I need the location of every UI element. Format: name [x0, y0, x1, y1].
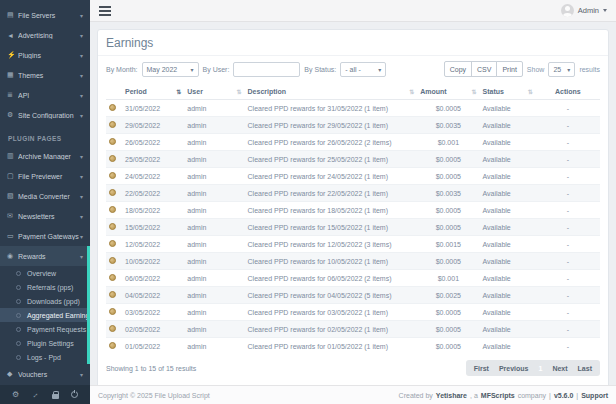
hamburger-menu-icon[interactable] — [99, 6, 111, 16]
table-header-row: Period User Description Amount Status Ac… — [106, 84, 600, 100]
sidebar-subitem[interactable]: Aggregated Earnings — [0, 308, 90, 322]
cell-period: 29/05/2022 — [122, 117, 184, 134]
sidebar-item[interactable]: ⚙ Site Configuration — [0, 105, 90, 125]
column-header-description[interactable]: Description — [245, 84, 418, 100]
settings-icon[interactable] — [12, 391, 19, 399]
cell-period: 18/05/2022 — [122, 202, 184, 219]
sidebar-subitem[interactable]: Plugin Settings — [0, 336, 90, 350]
pagination-last-button[interactable]: Last — [573, 365, 597, 372]
table-row: 01/05/2022 admin Cleared PPD rewards for… — [106, 338, 600, 355]
cell-description: Cleared PPD rewards for 10/05/2022 (1 it… — [245, 253, 418, 270]
company-link[interactable]: MFScripts — [481, 392, 515, 399]
cell-amount: $0.0035 — [417, 185, 479, 202]
earnings-table: Period User Description Amount Status Ac… — [106, 84, 600, 354]
cell-amount: $0.0005 — [417, 253, 479, 270]
sidebar-item[interactable]: ▦ Themes — [0, 65, 90, 85]
cell-actions: - — [536, 185, 600, 202]
page-title: Earnings — [98, 30, 608, 56]
pagination-next-button[interactable]: Next — [547, 365, 572, 372]
sidebar-item[interactable]: ▥ Archive Manager — [0, 146, 90, 166]
pagination-current-page[interactable]: 1 — [534, 365, 548, 372]
chevron-down-icon — [80, 213, 83, 220]
chevron-down-icon — [80, 112, 83, 119]
cell-user: admin — [184, 253, 244, 270]
cell-period: 12/05/2022 — [122, 236, 184, 253]
cell-period: 26/05/2022 — [122, 134, 184, 151]
sidebar-subitem[interactable]: Downloads (ppd) — [0, 294, 90, 308]
column-header-status[interactable]: Status — [479, 84, 535, 100]
rewards-submenu: Overview Referrals (pps) Downloads (ppd)… — [0, 266, 90, 364]
cell-icon — [106, 185, 122, 202]
cell-actions: - — [536, 253, 600, 270]
table-row: 03/05/2022 admin Cleared PPD rewards for… — [106, 304, 600, 321]
cell-actions: - — [536, 287, 600, 304]
cell-icon — [106, 168, 122, 185]
chevron-down-icon — [80, 12, 83, 19]
table-row: 22/05/2022 admin Cleared PPD rewards for… — [106, 185, 600, 202]
brand-link[interactable]: Yetishare — [436, 392, 467, 399]
pagination-first-button[interactable]: First — [469, 365, 494, 372]
cell-amount: $0.0025 — [417, 287, 479, 304]
cell-icon — [106, 151, 122, 168]
sidebar-subitem[interactable]: Logs - Ppd — [0, 350, 90, 364]
lock-icon[interactable] — [52, 394, 59, 399]
table-row: 31/05/2022 admin Cleared PPD rewards for… — [106, 100, 600, 117]
print-button[interactable]: Print — [496, 61, 522, 77]
cell-status: Available — [479, 219, 535, 236]
sidebar-subitem[interactable]: Overview — [0, 266, 90, 280]
cell-status: Available — [479, 321, 535, 338]
power-icon[interactable] — [71, 391, 78, 398]
cell-period: 01/05/2022 — [122, 338, 184, 355]
sidebar-subitem-label: Referrals (pps) — [27, 284, 73, 291]
plug-icon: ⚡ — [7, 51, 18, 59]
copy-button[interactable]: Copy — [444, 61, 472, 77]
chevron-down-icon — [80, 72, 83, 79]
table-row: 25/05/2022 admin Cleared PPD rewards for… — [106, 151, 600, 168]
pagination-previous-button[interactable]: Previous — [494, 365, 534, 372]
month-select[interactable]: May 2022 — [142, 62, 199, 77]
admin-menu[interactable]: Admin — [561, 4, 607, 17]
gear-icon: ⚙ — [7, 111, 18, 119]
column-header-actions: Actions — [536, 84, 600, 100]
app-window: ▤ File Servers ◄ Advertising ⚡ Plugins — [0, 0, 616, 404]
coin-icon — [109, 342, 116, 349]
cell-period: 25/05/2022 — [122, 151, 184, 168]
chevron-down-icon — [80, 233, 83, 240]
sidebar-item-vouchers[interactable]: ◆ Vouchers — [0, 364, 90, 384]
fullscreen-icon[interactable] — [30, 389, 41, 400]
sidebar-item[interactable]: ✉ Newsletters — [0, 206, 90, 226]
csv-button[interactable]: CSV — [471, 61, 497, 77]
sidebar-item[interactable]: ▭ Payment Gateways — [0, 226, 90, 246]
sidebar-subitem[interactable]: Referrals (pps) — [0, 280, 90, 294]
support-link[interactable]: Support — [581, 392, 608, 399]
cell-icon — [106, 270, 122, 287]
table-footer: Showing 1 to 15 of 15 results First Prev… — [98, 354, 608, 380]
sidebar-item[interactable]: ≣ API — [0, 85, 90, 105]
sidebar-item[interactable]: ▤ File Servers — [0, 5, 90, 25]
sidebar-item[interactable]: ⚡ Plugins — [0, 45, 90, 65]
sidebar-item-rewards[interactable]: ◉ Rewards — [0, 246, 90, 266]
earnings-table-body: 31/05/2022 admin Cleared PPD rewards for… — [106, 100, 600, 355]
sidebar-item[interactable]: ▧ Media Converter — [0, 186, 90, 206]
pagination: First Previous 1 Next Last — [466, 360, 600, 376]
cell-icon — [106, 304, 122, 321]
column-header-amount[interactable]: Amount — [417, 84, 479, 100]
cell-description: Cleared PPD rewards for 24/05/2022 (1 it… — [245, 168, 418, 185]
status-select[interactable]: - all - — [340, 62, 386, 77]
sidebar-subitem[interactable]: Payment Requests — [0, 322, 90, 336]
cell-description: Cleared PPD rewards for 04/05/2022 (5 it… — [245, 287, 418, 304]
cell-amount: $0.0005 — [417, 168, 479, 185]
cell-status: Available — [479, 151, 535, 168]
sidebar-item[interactable]: ◄ Advertising — [0, 25, 90, 45]
server-icon: ▤ — [7, 11, 18, 19]
page-size-select[interactable]: 25 — [548, 62, 575, 77]
column-header-user[interactable]: User — [184, 84, 244, 100]
sidebar-item-label: File Previewer — [18, 173, 80, 180]
chevron-down-icon — [80, 153, 83, 160]
cell-period: 06/05/2022 — [122, 270, 184, 287]
results-label: results — [579, 66, 600, 73]
cell-user: admin — [184, 236, 244, 253]
user-filter-input[interactable] — [233, 62, 300, 77]
sidebar-item[interactable]: ▢ File Previewer — [0, 166, 90, 186]
column-header-period[interactable]: Period — [122, 84, 184, 100]
